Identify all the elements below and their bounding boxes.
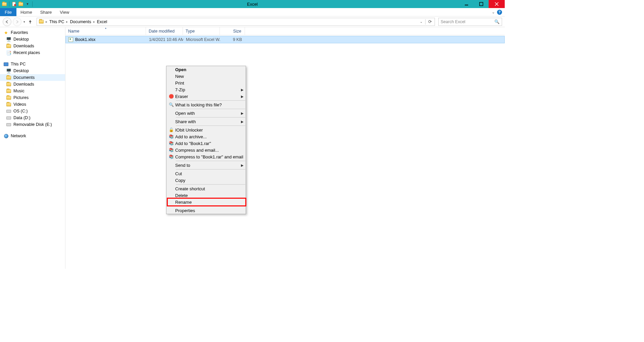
file-size-cell: 9 KB xyxy=(220,36,245,43)
breadcrumb-excel[interactable]: Excel xyxy=(96,19,108,24)
breadcrumb-documents[interactable]: Documents xyxy=(69,19,92,24)
help-icon[interactable]: ? xyxy=(497,10,502,15)
column-header-size[interactable]: Size xyxy=(220,27,245,35)
menu-item-label: Eraser xyxy=(175,94,241,99)
column-label: Date modified xyxy=(149,29,175,34)
nav-root-this-pc[interactable]: This PC xyxy=(0,61,65,67)
menu-item-compress-and-email[interactable]: 📚Compress and email... xyxy=(166,147,246,153)
qat-dropdown-icon[interactable]: ▼ xyxy=(24,1,31,7)
new-folder-icon[interactable] xyxy=(18,1,24,7)
menu-item-open-with[interactable]: Open with▶ xyxy=(166,110,246,116)
main-area: ★ Favorites 🖥️Desktop Downloads 📑Recent … xyxy=(0,27,505,269)
nav-item-music[interactable]: Music xyxy=(0,88,65,94)
downloads-icon xyxy=(6,43,11,49)
back-button[interactable] xyxy=(3,17,11,26)
window-buttons xyxy=(459,0,505,8)
search-box[interactable]: 🔍 xyxy=(438,18,502,26)
menu-item-compress-to-book1-rar-and-email[interactable]: 📚Compress to "Book1.rar" and email xyxy=(166,153,246,160)
menu-item-delete[interactable]: Delete xyxy=(166,192,246,199)
title-bar: ▼ Excel xyxy=(0,0,505,8)
downloads-icon xyxy=(6,82,11,87)
forward-button[interactable] xyxy=(13,17,21,26)
nav-item-data-d[interactable]: Data (D:) xyxy=(0,114,65,121)
history-dropdown-icon[interactable]: ▾ xyxy=(23,20,26,23)
menu-item-label: 7-Zip xyxy=(175,87,241,92)
nav-item-downloads[interactable]: Downloads xyxy=(0,43,65,49)
nav-item-documents[interactable]: Documents xyxy=(0,74,65,81)
file-tab[interactable]: File xyxy=(0,8,16,16)
separator xyxy=(9,1,9,7)
search-icon[interactable]: 🔍 xyxy=(494,19,500,24)
nav-item-videos[interactable]: Videos xyxy=(0,101,65,108)
nav-group-this-pc: This PC 🖥️Desktop Documents Downloads Mu… xyxy=(0,61,65,128)
menu-item-what-is-locking-this-file[interactable]: 🔍What is locking this file? xyxy=(166,101,246,108)
menu-item-add-to-book1-rar[interactable]: 📚Add to "Book1.rar" xyxy=(166,140,246,147)
close-button[interactable] xyxy=(489,0,505,8)
ribbon-collapse-icon[interactable]: ⌄ xyxy=(492,10,495,14)
tab-view[interactable]: View xyxy=(56,8,73,16)
nav-item-recent-places[interactable]: 📑Recent places xyxy=(0,49,65,56)
menu-item-create-shortcut[interactable]: Create shortcut xyxy=(166,185,246,192)
search-input[interactable] xyxy=(441,19,494,24)
folder-icon xyxy=(1,1,7,7)
menu-item-label: Delete xyxy=(175,193,244,198)
chevron-right-icon[interactable]: ▸ xyxy=(46,20,47,23)
menu-item-send-to[interactable]: Send to▶ xyxy=(166,162,246,168)
chevron-right-icon[interactable]: ▸ xyxy=(93,20,95,23)
submenu-arrow-icon: ▶ xyxy=(241,120,244,124)
file-name-cell: Book1.xlsx xyxy=(66,36,146,43)
menu-item-label: Properties xyxy=(175,208,244,213)
nav-item-os-c[interactable]: OS (C:) xyxy=(0,108,65,114)
pc-icon xyxy=(3,61,9,67)
menu-item-new[interactable]: New xyxy=(166,73,246,80)
nav-root-network[interactable]: Network xyxy=(0,133,65,139)
tab-share[interactable]: Share xyxy=(36,8,56,16)
minimize-button[interactable] xyxy=(459,0,474,8)
sort-indicator-icon: ▴ xyxy=(105,27,106,30)
nav-root-favorites[interactable]: ★ Favorites xyxy=(0,29,65,36)
chevron-right-icon[interactable]: ▸ xyxy=(66,20,68,23)
menu-item-eraser[interactable]: 🛑Eraser▶ xyxy=(166,93,246,100)
menu-item-properties[interactable]: Properties xyxy=(166,207,246,214)
column-header-name[interactable]: ▴ Name xyxy=(65,27,146,35)
menu-item-cut[interactable]: Cut xyxy=(166,170,246,177)
menu-item-share-with[interactable]: Share with▶ xyxy=(166,118,246,125)
column-label: Size xyxy=(233,29,241,34)
nav-item-downloads[interactable]: Downloads xyxy=(0,81,65,88)
address-history-dropdown-icon[interactable]: ⌄ xyxy=(418,20,424,23)
breadcrumb-this-pc[interactable]: This PC xyxy=(49,19,65,24)
menu-item-7-zip[interactable]: 7-Zip▶ xyxy=(166,86,246,93)
address-bar[interactable]: ▸ This PC ▸ Documents ▸ Excel ⌄ ⟳ xyxy=(37,18,435,26)
menu-item-print[interactable]: Print xyxy=(166,80,246,86)
eraser-icon: 🛑 xyxy=(168,94,175,99)
menu-item-iobit-unlocker[interactable]: 🔓IObit Unlocker xyxy=(166,127,246,133)
menu-separator xyxy=(176,169,245,169)
nav-item-desktop[interactable]: 🖥️Desktop xyxy=(0,36,65,43)
quick-access-toolbar: ▼ xyxy=(0,1,34,7)
menu-item-open[interactable]: Open xyxy=(166,66,246,73)
up-button[interactable] xyxy=(27,19,33,24)
nav-group-network: Network xyxy=(0,133,65,139)
menu-item-label: Send to xyxy=(175,163,241,168)
refresh-icon[interactable]: ⟳ xyxy=(427,19,433,24)
menu-item-rename[interactable]: Rename xyxy=(166,199,246,205)
menu-item-copy[interactable]: Copy xyxy=(166,177,246,184)
submenu-arrow-icon: ▶ xyxy=(241,95,244,98)
context-menu: OpenNewPrint7-Zip▶🛑Eraser▶🔍What is locki… xyxy=(166,66,246,214)
nav-item-removable-e[interactable]: Removable Disk (E:) xyxy=(0,121,65,128)
network-icon xyxy=(3,133,9,139)
svg-rect-3 xyxy=(480,2,483,6)
separator xyxy=(425,19,426,25)
maximize-button[interactable] xyxy=(474,0,489,8)
menu-item-add-to-archive[interactable]: 📚Add to archive... xyxy=(166,133,246,140)
nav-item-desktop[interactable]: 🖥️Desktop xyxy=(0,67,65,74)
file-row[interactable]: Book1.xlsx 1/4/2021 10:46 AM Microsoft E… xyxy=(65,36,505,43)
column-header-date[interactable]: Date modified xyxy=(146,27,183,35)
navigation-pane: ★ Favorites 🖥️Desktop Downloads 📑Recent … xyxy=(0,27,65,269)
tab-home[interactable]: Home xyxy=(16,8,36,16)
submenu-arrow-icon: ▶ xyxy=(241,88,244,92)
properties-icon[interactable] xyxy=(11,1,17,7)
drive-icon xyxy=(6,122,11,127)
column-header-type[interactable]: Type xyxy=(183,27,220,35)
nav-item-pictures[interactable]: Pictures xyxy=(0,94,65,101)
